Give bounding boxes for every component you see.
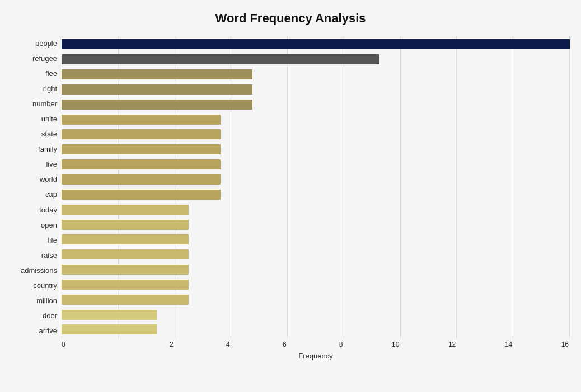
bar: [62, 190, 221, 200]
y-label: family: [38, 145, 57, 153]
bar-row: [62, 68, 570, 81]
bar-row: [62, 219, 570, 231]
bar: [62, 84, 252, 95]
bar: [62, 100, 252, 110]
bar-row: [62, 53, 570, 65]
y-label: open: [41, 221, 57, 229]
bar-row: [62, 263, 570, 276]
bars-wrapper: [62, 36, 570, 338]
y-label: arrive: [39, 327, 57, 334]
bar: [62, 159, 221, 169]
y-label: state: [41, 130, 57, 138]
y-label: today: [39, 206, 57, 214]
bar: [62, 324, 157, 334]
bar-row: [62, 248, 570, 261]
y-label: people: [35, 40, 57, 47]
bar: [62, 54, 379, 64]
grid-and-bars: [62, 36, 570, 338]
x-tick: 10: [344, 341, 400, 348]
x-tick: 8: [288, 341, 344, 348]
bar-row: [62, 128, 570, 140]
x-tick: 6: [231, 341, 288, 348]
y-label: cap: [45, 191, 57, 198]
y-label: refugee: [32, 55, 57, 62]
bottom-section: 0246810121416 Frequency: [11, 341, 570, 360]
bar-row: [62, 173, 570, 186]
bar: [62, 69, 252, 79]
bar-row: [62, 158, 570, 171]
bar-row: [62, 188, 570, 201]
y-label: right: [43, 85, 57, 92]
bar-row: [62, 204, 570, 216]
x-tick: 0: [62, 341, 118, 348]
x-tick: 4: [175, 341, 231, 348]
x-tick: 14: [457, 341, 513, 348]
bar: [62, 295, 189, 305]
bar-row: [62, 323, 570, 336]
bar-row: [62, 294, 570, 306]
x-tick: 2: [118, 341, 175, 348]
y-label: live: [46, 160, 57, 168]
chart-container: Word Frequency Analysis peoplerefugeefle…: [0, 0, 581, 392]
bar-row: [62, 98, 570, 111]
chart-title: Word Frequency Analysis: [11, 11, 570, 26]
bar: [62, 115, 221, 125]
bar-row: [62, 38, 570, 50]
x-axis-labels: 0246810121416: [62, 341, 570, 348]
y-label: raise: [41, 252, 57, 259]
bar-row: [62, 278, 570, 291]
bar-row: [62, 143, 570, 155]
y-label: life: [48, 237, 57, 244]
plot-area: [62, 36, 570, 338]
y-label: world: [40, 176, 57, 183]
bar: [62, 39, 570, 49]
y-label: country: [33, 282, 57, 289]
x-axis-title: Frequency: [62, 352, 570, 360]
bar: [62, 280, 189, 290]
y-label: unite: [41, 115, 57, 122]
bar: [62, 174, 221, 185]
bar-row: [62, 83, 570, 96]
y-label: admissions: [21, 267, 57, 274]
bar: [62, 234, 189, 244]
x-tick: 16: [513, 341, 570, 348]
chart-area: peoplerefugeefleerightnumberunitestatefa…: [11, 36, 570, 338]
y-label: number: [32, 100, 57, 107]
bar-row: [62, 233, 570, 245]
y-labels: peoplerefugeefleerightnumberunitestatefa…: [11, 36, 62, 338]
bar-row: [62, 309, 570, 321]
bar-row: [62, 114, 570, 126]
y-label: flee: [45, 70, 57, 77]
bar: [62, 220, 189, 230]
bar: [62, 310, 157, 320]
bar: [62, 249, 189, 259]
y-label: million: [36, 297, 57, 304]
x-tick: 12: [400, 341, 457, 348]
bar: [62, 265, 189, 275]
bar: [62, 129, 221, 139]
y-label: door: [43, 312, 57, 319]
bar: [62, 144, 221, 154]
bar: [62, 205, 189, 215]
